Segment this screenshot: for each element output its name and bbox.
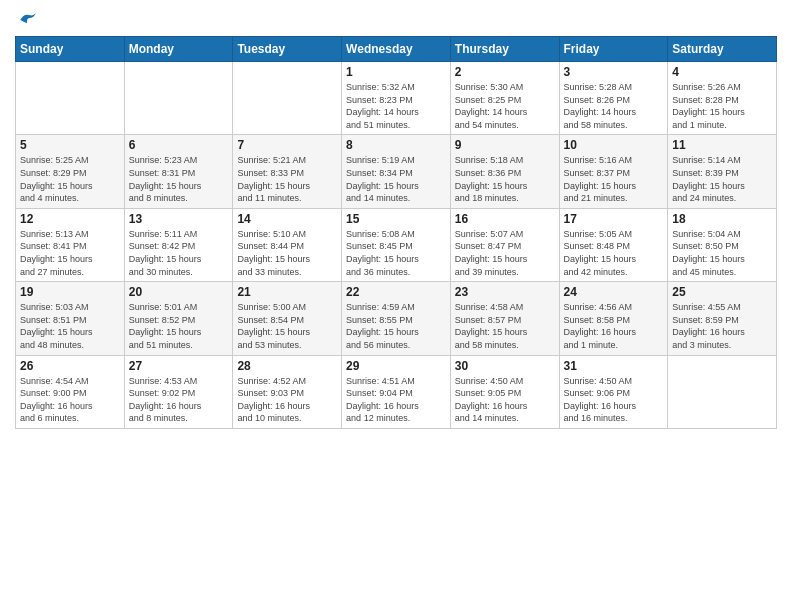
- calendar-day-7: 7Sunrise: 5:21 AMSunset: 8:33 PMDaylight…: [233, 135, 342, 208]
- day-info: Sunrise: 5:26 AMSunset: 8:28 PMDaylight:…: [672, 81, 772, 131]
- day-number: 10: [564, 138, 664, 152]
- day-number: 11: [672, 138, 772, 152]
- page-header: [15, 10, 777, 30]
- day-header-friday: Friday: [559, 37, 668, 62]
- calendar-day-23: 23Sunrise: 4:58 AMSunset: 8:57 PMDayligh…: [450, 282, 559, 355]
- day-info: Sunrise: 5:30 AMSunset: 8:25 PMDaylight:…: [455, 81, 555, 131]
- day-number: 23: [455, 285, 555, 299]
- calendar-day-10: 10Sunrise: 5:16 AMSunset: 8:37 PMDayligh…: [559, 135, 668, 208]
- day-info: Sunrise: 5:05 AMSunset: 8:48 PMDaylight:…: [564, 228, 664, 278]
- day-info: Sunrise: 5:32 AMSunset: 8:23 PMDaylight:…: [346, 81, 446, 131]
- day-number: 12: [20, 212, 120, 226]
- day-number: 8: [346, 138, 446, 152]
- calendar-day-16: 16Sunrise: 5:07 AMSunset: 8:47 PMDayligh…: [450, 208, 559, 281]
- calendar-day-18: 18Sunrise: 5:04 AMSunset: 8:50 PMDayligh…: [668, 208, 777, 281]
- day-info: Sunrise: 4:50 AMSunset: 9:05 PMDaylight:…: [455, 375, 555, 425]
- day-info: Sunrise: 5:16 AMSunset: 8:37 PMDaylight:…: [564, 154, 664, 204]
- day-number: 20: [129, 285, 229, 299]
- calendar-week-row: 12Sunrise: 5:13 AMSunset: 8:41 PMDayligh…: [16, 208, 777, 281]
- day-info: Sunrise: 5:00 AMSunset: 8:54 PMDaylight:…: [237, 301, 337, 351]
- calendar-empty-cell: [16, 62, 125, 135]
- calendar-week-row: 26Sunrise: 4:54 AMSunset: 9:00 PMDayligh…: [16, 355, 777, 428]
- day-number: 15: [346, 212, 446, 226]
- day-number: 31: [564, 359, 664, 373]
- day-number: 21: [237, 285, 337, 299]
- calendar-day-12: 12Sunrise: 5:13 AMSunset: 8:41 PMDayligh…: [16, 208, 125, 281]
- day-info: Sunrise: 5:08 AMSunset: 8:45 PMDaylight:…: [346, 228, 446, 278]
- calendar-day-4: 4Sunrise: 5:26 AMSunset: 8:28 PMDaylight…: [668, 62, 777, 135]
- day-number: 24: [564, 285, 664, 299]
- day-info: Sunrise: 4:52 AMSunset: 9:03 PMDaylight:…: [237, 375, 337, 425]
- day-info: Sunrise: 4:55 AMSunset: 8:59 PMDaylight:…: [672, 301, 772, 351]
- day-number: 18: [672, 212, 772, 226]
- calendar-empty-cell: [124, 62, 233, 135]
- day-info: Sunrise: 5:28 AMSunset: 8:26 PMDaylight:…: [564, 81, 664, 131]
- calendar-week-row: 5Sunrise: 5:25 AMSunset: 8:29 PMDaylight…: [16, 135, 777, 208]
- day-number: 3: [564, 65, 664, 79]
- calendar-day-19: 19Sunrise: 5:03 AMSunset: 8:51 PMDayligh…: [16, 282, 125, 355]
- day-number: 26: [20, 359, 120, 373]
- calendar-week-row: 19Sunrise: 5:03 AMSunset: 8:51 PMDayligh…: [16, 282, 777, 355]
- calendar-day-9: 9Sunrise: 5:18 AMSunset: 8:36 PMDaylight…: [450, 135, 559, 208]
- day-info: Sunrise: 5:01 AMSunset: 8:52 PMDaylight:…: [129, 301, 229, 351]
- calendar-day-8: 8Sunrise: 5:19 AMSunset: 8:34 PMDaylight…: [342, 135, 451, 208]
- day-number: 5: [20, 138, 120, 152]
- logo-bird-icon: [17, 10, 37, 30]
- day-info: Sunrise: 5:07 AMSunset: 8:47 PMDaylight:…: [455, 228, 555, 278]
- day-info: Sunrise: 4:58 AMSunset: 8:57 PMDaylight:…: [455, 301, 555, 351]
- day-header-monday: Monday: [124, 37, 233, 62]
- calendar-day-22: 22Sunrise: 4:59 AMSunset: 8:55 PMDayligh…: [342, 282, 451, 355]
- day-info: Sunrise: 5:03 AMSunset: 8:51 PMDaylight:…: [20, 301, 120, 351]
- calendar-day-25: 25Sunrise: 4:55 AMSunset: 8:59 PMDayligh…: [668, 282, 777, 355]
- day-number: 1: [346, 65, 446, 79]
- day-info: Sunrise: 5:21 AMSunset: 8:33 PMDaylight:…: [237, 154, 337, 204]
- calendar-day-27: 27Sunrise: 4:53 AMSunset: 9:02 PMDayligh…: [124, 355, 233, 428]
- day-number: 30: [455, 359, 555, 373]
- day-info: Sunrise: 5:04 AMSunset: 8:50 PMDaylight:…: [672, 228, 772, 278]
- calendar-table: SundayMondayTuesdayWednesdayThursdayFrid…: [15, 36, 777, 429]
- day-info: Sunrise: 5:23 AMSunset: 8:31 PMDaylight:…: [129, 154, 229, 204]
- day-number: 16: [455, 212, 555, 226]
- day-number: 17: [564, 212, 664, 226]
- calendar-day-13: 13Sunrise: 5:11 AMSunset: 8:42 PMDayligh…: [124, 208, 233, 281]
- day-number: 9: [455, 138, 555, 152]
- day-header-wednesday: Wednesday: [342, 37, 451, 62]
- day-number: 28: [237, 359, 337, 373]
- calendar-day-14: 14Sunrise: 5:10 AMSunset: 8:44 PMDayligh…: [233, 208, 342, 281]
- day-info: Sunrise: 5:10 AMSunset: 8:44 PMDaylight:…: [237, 228, 337, 278]
- calendar-day-24: 24Sunrise: 4:56 AMSunset: 8:58 PMDayligh…: [559, 282, 668, 355]
- day-info: Sunrise: 5:14 AMSunset: 8:39 PMDaylight:…: [672, 154, 772, 204]
- day-number: 2: [455, 65, 555, 79]
- day-info: Sunrise: 5:13 AMSunset: 8:41 PMDaylight:…: [20, 228, 120, 278]
- day-info: Sunrise: 5:11 AMSunset: 8:42 PMDaylight:…: [129, 228, 229, 278]
- calendar-day-2: 2Sunrise: 5:30 AMSunset: 8:25 PMDaylight…: [450, 62, 559, 135]
- calendar-day-21: 21Sunrise: 5:00 AMSunset: 8:54 PMDayligh…: [233, 282, 342, 355]
- calendar-day-29: 29Sunrise: 4:51 AMSunset: 9:04 PMDayligh…: [342, 355, 451, 428]
- day-info: Sunrise: 4:53 AMSunset: 9:02 PMDaylight:…: [129, 375, 229, 425]
- day-info: Sunrise: 5:25 AMSunset: 8:29 PMDaylight:…: [20, 154, 120, 204]
- calendar-empty-cell: [668, 355, 777, 428]
- day-number: 19: [20, 285, 120, 299]
- day-number: 14: [237, 212, 337, 226]
- day-number: 4: [672, 65, 772, 79]
- day-number: 7: [237, 138, 337, 152]
- day-header-saturday: Saturday: [668, 37, 777, 62]
- day-number: 25: [672, 285, 772, 299]
- calendar-day-20: 20Sunrise: 5:01 AMSunset: 8:52 PMDayligh…: [124, 282, 233, 355]
- calendar-day-31: 31Sunrise: 4:50 AMSunset: 9:06 PMDayligh…: [559, 355, 668, 428]
- calendar-day-28: 28Sunrise: 4:52 AMSunset: 9:03 PMDayligh…: [233, 355, 342, 428]
- day-number: 22: [346, 285, 446, 299]
- calendar-day-17: 17Sunrise: 5:05 AMSunset: 8:48 PMDayligh…: [559, 208, 668, 281]
- calendar-day-26: 26Sunrise: 4:54 AMSunset: 9:00 PMDayligh…: [16, 355, 125, 428]
- day-number: 29: [346, 359, 446, 373]
- day-number: 13: [129, 212, 229, 226]
- day-number: 6: [129, 138, 229, 152]
- calendar-day-5: 5Sunrise: 5:25 AMSunset: 8:29 PMDaylight…: [16, 135, 125, 208]
- day-info: Sunrise: 4:59 AMSunset: 8:55 PMDaylight:…: [346, 301, 446, 351]
- day-number: 27: [129, 359, 229, 373]
- day-info: Sunrise: 5:18 AMSunset: 8:36 PMDaylight:…: [455, 154, 555, 204]
- calendar-day-11: 11Sunrise: 5:14 AMSunset: 8:39 PMDayligh…: [668, 135, 777, 208]
- day-info: Sunrise: 4:54 AMSunset: 9:00 PMDaylight:…: [20, 375, 120, 425]
- day-header-sunday: Sunday: [16, 37, 125, 62]
- day-header-thursday: Thursday: [450, 37, 559, 62]
